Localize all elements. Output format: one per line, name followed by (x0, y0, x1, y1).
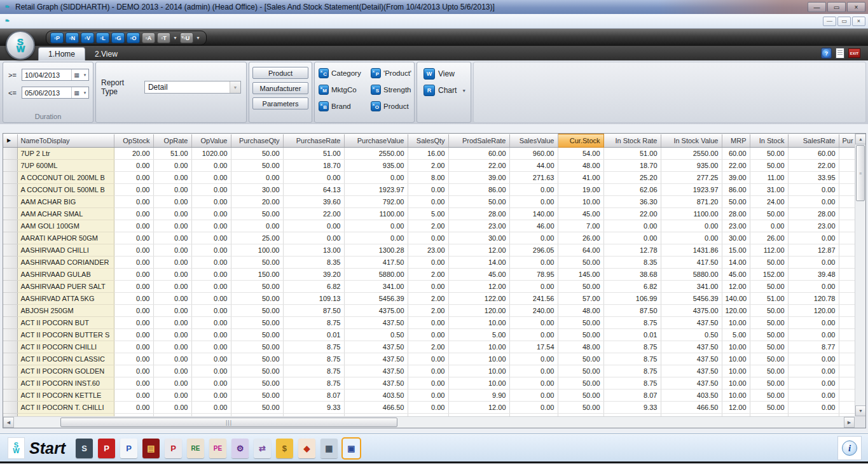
cell-prodsalerate[interactable]: 14.00 (448, 257, 509, 269)
cell-name[interactable]: AARATI KAPHOR 50GM (17, 232, 114, 244)
table-row[interactable]: ACT II POCORN CLASSIC0.000.000.0050.008.… (3, 353, 855, 365)
cell-pur[interactable] (839, 184, 855, 196)
cell-instockrate[interactable]: 8.35 (603, 257, 661, 269)
cell-prodsalerate[interactable]: 5.00 (448, 329, 509, 341)
cell-instock[interactable]: 50.00 (750, 305, 788, 317)
cell-instock[interactable]: 50.00 (750, 365, 788, 377)
cell-name[interactable]: ACT II POCORN CLASSIC (17, 353, 114, 365)
cell-instock[interactable]: 50.00 (750, 281, 788, 293)
cell-purchaseqty[interactable]: 50.00 (231, 329, 283, 341)
cell-mrp[interactable]: 120.00 (722, 305, 750, 317)
cell-purchaserate[interactable]: 8.75 (283, 341, 344, 353)
cell-salesrate[interactable]: 0.00 (788, 377, 839, 390)
cell-salesrate[interactable]: 23.00 (788, 220, 839, 232)
cell-instockvalue[interactable]: 1100.00 (661, 208, 722, 220)
cell-salesvalue[interactable]: 46.00 (509, 220, 558, 232)
cell-oprate[interactable]: 0.00 (153, 305, 191, 317)
cell-salesqty[interactable]: 2.00 (408, 341, 448, 353)
cell-opstock[interactable]: 0.00 (114, 293, 153, 305)
cell-mrp[interactable]: 45.00 (722, 269, 750, 281)
cell-name[interactable]: ABJOSH 250GM (17, 305, 114, 317)
quick-g-button[interactable]: ▫G (111, 32, 125, 43)
cell-salesrate[interactable]: 0.00 (788, 184, 839, 196)
cell-curstock[interactable]: 50.00 (558, 365, 603, 377)
row-selector[interactable] (3, 244, 17, 257)
cell-curstock[interactable]: 41.00 (558, 172, 603, 184)
view-button[interactable]: W View (424, 68, 471, 80)
cell-instockvalue[interactable]: 437.50 (661, 317, 722, 329)
cell-name[interactable]: AAM ACHAR SMAL (17, 208, 114, 220)
app-orb-logo-icon[interactable]: S W (6, 31, 35, 60)
cell-oprate[interactable]: 0.00 (153, 329, 191, 341)
row-selector[interactable] (3, 269, 17, 281)
cell-opvalue[interactable]: 0.00 (191, 281, 231, 293)
toggle-strength[interactable]: SStrength (371, 83, 415, 95)
cell-oprate[interactable]: 0.00 (153, 160, 191, 172)
cell-mrp[interactable]: 15.00 (722, 244, 750, 257)
cell-opvalue[interactable]: 0.00 (191, 377, 231, 390)
cell-salesrate[interactable]: 0.00 (788, 281, 839, 293)
cell-oprate[interactable]: 0.00 (153, 196, 191, 208)
cell-instockrate[interactable]: 38.68 (603, 269, 661, 281)
cell-salesrate[interactable]: 39.48 (788, 269, 839, 281)
cell-mrp[interactable]: 60.00 (722, 148, 750, 160)
cell-purchaseqty[interactable]: 50.00 (231, 257, 283, 269)
cell-mrp[interactable]: 30.00 (722, 232, 750, 244)
cell-purchasevalue[interactable]: 792.00 (344, 196, 408, 208)
quick-a-button[interactable]: ▫A (142, 32, 155, 43)
chevron-down-icon[interactable]: ▾ (81, 90, 88, 95)
cell-name[interactable]: ACT II POCORN KETTLE (17, 390, 114, 402)
cell-opstock[interactable]: 0.00 (114, 305, 153, 317)
cell-instock[interactable]: 50.00 (750, 257, 788, 269)
cell-name[interactable]: ACT II POCORN T. CHILLI (17, 402, 114, 414)
cell-instockvalue[interactable]: 437.50 (661, 377, 722, 390)
cell-instockrate[interactable]: 25.20 (603, 172, 661, 184)
cell-mrp[interactable]: 10.00 (722, 377, 750, 390)
cell-salesrate[interactable]: 0.00 (788, 353, 839, 365)
cell-pur[interactable] (839, 269, 855, 281)
cell-name[interactable]: ACT II POCORN CHILLI (17, 341, 114, 353)
cell-salesqty[interactable]: 2.00 (408, 160, 448, 172)
cell-prodsalerate[interactable]: 120.00 (448, 305, 509, 317)
cell-instockvalue[interactable]: 1923.97 (661, 184, 722, 196)
toggle-brand[interactable]: BBrand (319, 100, 371, 112)
cell-purchaseqty[interactable]: 20.00 (231, 196, 283, 208)
row-selector[interactable] (3, 305, 17, 317)
row-selector[interactable] (3, 329, 17, 341)
cell-curstock[interactable]: 19.00 (558, 184, 603, 196)
column-header-curstock[interactable]: Cur.Stock (558, 134, 603, 148)
row-selector[interactable] (3, 317, 17, 329)
cell-name[interactable]: 7UP 600ML (17, 160, 114, 172)
cell-salesrate[interactable]: 8.77 (788, 341, 839, 353)
cell-salesqty[interactable]: 8.00 (408, 172, 448, 184)
cell-curstock[interactable]: 145.00 (558, 269, 603, 281)
cell-purchaseqty[interactable]: 50.00 (231, 160, 283, 172)
cell-instockvalue[interactable]: 5880.00 (661, 269, 722, 281)
cell-prodsalerate[interactable]: 22.00 (448, 160, 509, 172)
cell-name[interactable]: 7UP 2 Ltr (17, 148, 114, 160)
cell-instock[interactable]: 51.00 (750, 293, 788, 305)
cell-opstock[interactable]: 0.00 (114, 365, 153, 377)
payment-entry-icon[interactable]: PE (209, 439, 226, 458)
cell-opvalue[interactable]: 0.00 (191, 329, 231, 341)
vertical-scroll-thumb[interactable]: ≡ (856, 145, 865, 201)
cell-opstock[interactable]: 0.00 (114, 184, 153, 196)
cell-name[interactable]: AASHIRVAD ATTA 5KG (17, 293, 114, 305)
cell-salesvalue[interactable]: 0.00 (509, 329, 558, 341)
cell-instockrate[interactable]: 6.82 (603, 281, 661, 293)
cell-opvalue[interactable]: 0.00 (191, 244, 231, 257)
table-row[interactable]: AASHIRVAAD CORIANDER0.000.000.0050.008.3… (3, 257, 855, 269)
column-header-instockvalue[interactable]: In Stock Value (661, 134, 722, 148)
table-row[interactable]: AAM GOLI 100GM0.000.000.000.000.000.002.… (3, 220, 855, 232)
cell-name[interactable]: ACT II POCORN INST.60 (17, 377, 114, 390)
cell-curstock[interactable]: 50.00 (558, 377, 603, 390)
cell-curstock[interactable]: 7.00 (558, 220, 603, 232)
cell-purchasevalue[interactable]: 5880.00 (344, 269, 408, 281)
cell-opstock[interactable]: 0.00 (114, 377, 153, 390)
cell-instockvalue[interactable]: 4375.00 (661, 305, 722, 317)
cell-purchasevalue[interactable]: 0.00 (344, 232, 408, 244)
cell-opvalue[interactable]: 0.00 (191, 257, 231, 269)
cell-name[interactable]: A COCONUT OIL 200ML B (17, 172, 114, 184)
table-row[interactable]: AASHIRVAAD CHILLI0.000.000.00100.0013.00… (3, 244, 855, 257)
cell-purchasevalue[interactable]: 341.00 (344, 281, 408, 293)
